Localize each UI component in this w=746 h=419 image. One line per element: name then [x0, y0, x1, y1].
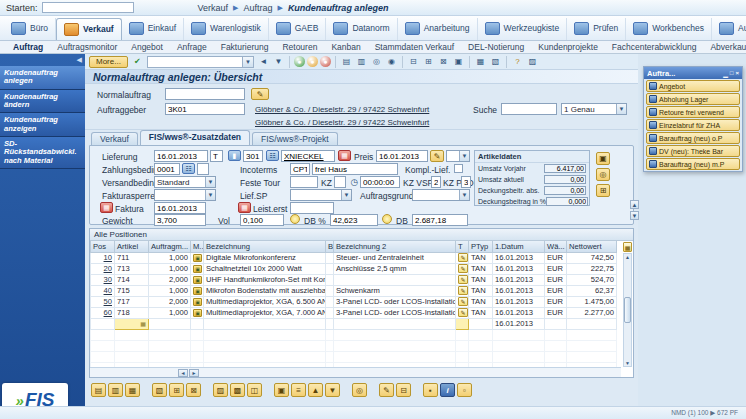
- payer-person-icon[interactable]: ☷: [182, 163, 195, 174]
- scroll-up-icon[interactable]: ▲: [625, 254, 630, 260]
- kz-vsf-input[interactable]: [431, 176, 441, 188]
- cell-text[interactable]: ✎: [456, 296, 469, 307]
- item-toolbar-icon[interactable]: ≡: [291, 383, 306, 397]
- shortcut-button-barauftrag-neu-o-p[interactable]: Barauftrag (neu) o.P: [646, 132, 740, 144]
- cell-text[interactable]: ✎: [456, 263, 469, 274]
- entry-cell[interactable]: [469, 318, 493, 329]
- shortcut-button-einzelabruf-für-zha[interactable]: Einzelabruf für ZHA: [646, 119, 740, 131]
- calculator-icon[interactable]: ⊞: [596, 184, 610, 197]
- table-row[interactable]: 207131,000▣Schaltnetzteil 10x 2000 WattA…: [91, 263, 617, 274]
- entry-row[interactable]: ▦16.01.2013: [91, 318, 617, 329]
- unit-box-icon[interactable]: ▣: [193, 276, 202, 284]
- item-toolbar-icon[interactable]: ▪: [423, 383, 438, 397]
- db-percent-input[interactable]: [330, 214, 378, 226]
- cell-waehrung[interactable]: EUR: [545, 263, 567, 274]
- cell-waehrung[interactable]: EUR: [545, 274, 567, 285]
- shortcut-button-angebot[interactable]: Angebot: [646, 80, 740, 92]
- genau-combo[interactable]: 1 Genau ▼: [561, 103, 627, 115]
- cell-nettowert[interactable]: 742,50: [567, 252, 617, 263]
- tab-verkauf[interactable]: Verkauf: [91, 132, 138, 145]
- ribbon-tab-werkzeugkiste[interactable]: Werkzeugkiste: [478, 18, 568, 40]
- cell-waehrung[interactable]: EUR: [545, 307, 567, 318]
- copy-icon[interactable]: ▥: [355, 56, 368, 68]
- auftragsgrund-select[interactable]: ▼: [412, 189, 470, 201]
- partner-input[interactable]: [281, 150, 335, 162]
- cell-ptyp[interactable]: TAN: [469, 285, 493, 296]
- cell-datum[interactable]: 16.01.2013: [493, 252, 545, 263]
- unit-box-icon[interactable]: ▣: [193, 287, 202, 295]
- maximize-icon[interactable]: □: [730, 70, 734, 77]
- lock-icon[interactable]: ▣: [596, 152, 610, 165]
- leist-erst-input[interactable]: [290, 202, 334, 214]
- entry-cell[interactable]: [545, 318, 567, 329]
- text-pencil-icon[interactable]: ✎: [458, 264, 468, 273]
- cell-bezeichnung2[interactable]: Schwenkarm: [334, 285, 456, 296]
- komplettlieferung-checkbox[interactable]: [454, 164, 463, 173]
- item-toolbar-icon[interactable]: ▣: [274, 383, 289, 397]
- menu-item-anfrage[interactable]: Anfrage: [170, 42, 214, 52]
- sidebar-collapse-icon[interactable]: ◀: [77, 56, 82, 64]
- cell-pos[interactable]: 10: [91, 252, 115, 263]
- normalauftrag-input[interactable]: [165, 88, 245, 100]
- auftraggeber-input[interactable]: [165, 103, 245, 115]
- incoterms-text-input[interactable]: [312, 163, 398, 175]
- entry-artikel-cell[interactable]: ▦: [115, 318, 149, 329]
- column-header-wä[interactable]: Wä...: [545, 241, 567, 252]
- cell-menge[interactable]: 1,000: [149, 307, 191, 318]
- menu-item-fakturierung[interactable]: Fakturierung: [214, 42, 276, 52]
- cell-bezeichnung2[interactable]: [334, 274, 456, 285]
- column-header-t[interactable]: T: [456, 241, 469, 252]
- item-toolbar-icon[interactable]: ▤: [91, 383, 106, 397]
- entry-cell[interactable]: [204, 318, 326, 329]
- shortcut-button-dv-neu-theke-bar[interactable]: DV (neu): Theke Bar: [646, 145, 740, 157]
- scroll-left-icon[interactable]: ◄: [178, 369, 188, 377]
- table-settings-icon[interactable]: ▦: [623, 242, 632, 252]
- cell-pos[interactable]: 60: [91, 307, 115, 318]
- kz-input[interactable]: [334, 176, 346, 188]
- cell-me[interactable]: ▣: [191, 307, 204, 318]
- more-button[interactable]: More...: [89, 56, 128, 68]
- cell-pos[interactable]: 50: [91, 296, 115, 307]
- auftraggeber-address-link[interactable]: Glöbner & Co. / Dieselstr. 29 / 97422 Sc…: [255, 105, 429, 114]
- menu-item-angebot[interactable]: Angebot: [124, 42, 170, 52]
- lieferung-t-input[interactable]: [210, 150, 223, 162]
- next-page-icon[interactable]: ⊠: [437, 56, 450, 68]
- cell-bez[interactable]: [326, 285, 334, 296]
- partner-person-icon[interactable]: ☷: [266, 150, 279, 161]
- column-header-auftragm[interactable]: Auftragm...: [149, 241, 191, 252]
- column-header-bez[interactable]: Bez...: [326, 241, 334, 252]
- column-header-m[interactable]: M...: [191, 241, 204, 252]
- cell-nettowert[interactable]: 2.277,00: [567, 307, 617, 318]
- cell-nettowert[interactable]: 1.475,00: [567, 296, 617, 307]
- cell-bez[interactable]: [326, 296, 334, 307]
- cell-datum[interactable]: 16.01.2013: [493, 296, 545, 307]
- cell-me[interactable]: ▣: [191, 252, 204, 263]
- entry-cell[interactable]: [334, 318, 456, 329]
- entry-cell[interactable]: [567, 318, 617, 329]
- cell-me[interactable]: ▣: [191, 274, 204, 285]
- item-toolbar-icon[interactable]: ▨: [213, 383, 228, 397]
- ribbon-tab-datanorm[interactable]: Datanorm: [326, 18, 397, 40]
- back-icon[interactable]: ◄: [257, 56, 270, 68]
- faktura-date-input[interactable]: [154, 202, 206, 214]
- cell-bezeichnung[interactable]: Schaltnetzteil 10x 2000 Watt: [204, 263, 326, 274]
- breadcrumb-item-verkauf[interactable]: Verkauf: [198, 3, 229, 13]
- column-header-pos[interactable]: Pos: [91, 241, 115, 252]
- entry-cell[interactable]: [91, 318, 115, 329]
- horizontal-scrollbar[interactable]: ◄ ►: [90, 367, 621, 377]
- menu-item-fachcenterabwicklung[interactable]: Fachcenterabwicklung: [605, 42, 704, 52]
- route-input[interactable]: [243, 150, 263, 162]
- cell-bez[interactable]: [326, 252, 334, 263]
- menu-item-kundenprojekte[interactable]: Kundenprojekte: [531, 42, 605, 52]
- command-input[interactable]: [147, 56, 243, 68]
- cell-text[interactable]: ✎: [456, 285, 469, 296]
- help-icon[interactable]: ?: [511, 56, 524, 68]
- vol-input[interactable]: [240, 214, 284, 226]
- table-row[interactable]: 307142,000▣UHF Handfunkmikrofon-Set mit …: [91, 274, 617, 285]
- scrollbar-thumb[interactable]: [624, 297, 631, 323]
- unit-box-icon[interactable]: ▣: [193, 254, 202, 262]
- menu-item-stammdaten-verkauf[interactable]: Stammdaten Verkauf: [368, 42, 461, 52]
- incoterms-code-input[interactable]: [290, 163, 310, 175]
- cell-datum[interactable]: 16.01.2013: [493, 307, 545, 318]
- column-header-ptyp[interactable]: PTyp: [469, 241, 493, 252]
